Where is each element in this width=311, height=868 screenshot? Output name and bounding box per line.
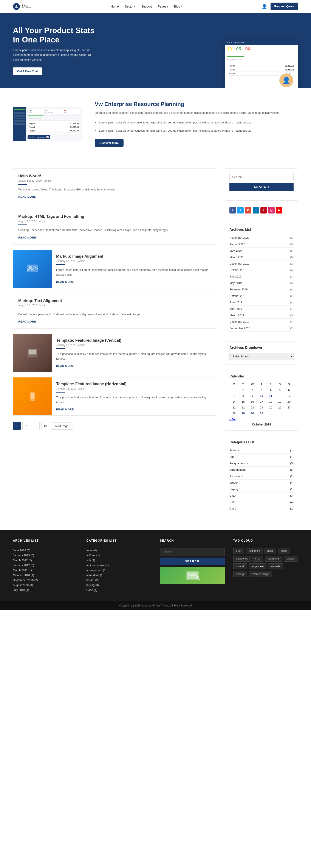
cat-item-10: Cat C(2) [230,505,293,512]
stat-open: 13 Open [227,46,232,54]
archive-item-11: June 2018(4) [230,299,293,306]
archive-item-4: March 2020(6) [230,254,293,260]
archive-item-1: November 2020(2) [230,235,293,241]
svg-point-8 [32,400,33,401]
mock-header-label: Dashboard [234,41,244,44]
post-1-title: Hello World! [18,174,211,178]
cat-item-8: Cat A(3) [230,493,293,499]
hero-image: Dashboard 13 Open 05 Complete 06 Hold [156,40,298,88]
page-12-button[interactable]: 12 [41,422,49,430]
footer-categories-title: CATEGORIES LIST [86,539,151,545]
footer-bar: Copyright (c) 2023 Saas WordPress Theme.… [0,601,311,610]
pagination: 1 2 ... 12 Next Page [13,422,216,430]
tag-aside[interactable]: aside [265,548,276,554]
nav-blog[interactable]: Blog [174,5,182,8]
footer-search-button[interactable]: SEARCH [160,558,225,565]
post-4-read-more[interactable]: READ MORE [18,320,36,323]
post-6-read-more[interactable]: READ MORE [56,408,74,411]
facebook-icon[interactable]: f [230,207,236,214]
mock-row-2: Paypal$1,239.95 [229,68,294,72]
twitter-icon[interactable]: t [237,207,244,214]
progress-label: Progressma 25% [227,58,296,61]
sidebar-social-widget: f t G in P ig ▶ [225,200,298,218]
fw-cat-7: border (2) [86,578,151,583]
tag-chat[interactable]: chat [252,556,263,562]
nav-right: 👤 Request Quote [262,3,298,10]
post-6-meta: January 22, 2020 | admin [56,387,212,390]
post-4-meta: August 22, 2020 | admin [18,304,211,307]
archives-widget-title: Archives List [230,228,293,231]
pinterest-icon[interactable]: P [261,207,267,214]
sidebar-search-input[interactable] [230,173,293,181]
post-3-meta: January 22, 2020 | admin [56,259,212,262]
feature-mock-table: Paypal$1,239.95 Paypal$1,239.95 Paypal$6… [28,120,80,134]
youtube-icon[interactable]: ▶ [276,207,282,214]
tag-dowork[interactable]: dowork [233,563,247,569]
linkedin-icon[interactable]: in [253,207,259,214]
fw-archive-3: March 2012 (5) [13,558,78,563]
nav-support[interactable]: Support [141,5,152,8]
footer-tagcloud-title: TAG CLOUD [233,539,298,545]
sidebar-search-widget: SEARCH [225,168,298,195]
cat-item-3: Antiquarianism(5) [230,460,293,467]
sidebar-archives-widget: Archives List November 2020(2) August 20… [225,223,298,336]
discover-more-button[interactable]: Discover More [95,139,124,147]
cal-th-t2: T [257,381,266,387]
tag-8bit[interactable]: 8BIT [233,548,244,554]
user-icon[interactable]: 👤 [262,4,267,9]
page-2-button[interactable]: 2 [23,422,30,430]
logo-icon [13,3,20,10]
footer-search-input[interactable] [160,548,225,556]
feature-image: 13 Open 05 Complete 06 Hold Progressma [13,107,82,141]
footer-archives-list: June 2018 (5) January 2013 (5) March 201… [13,548,78,592]
tag-comments[interactable]: comments [265,556,282,562]
cat-item-2: Sub(1) [230,454,293,460]
feature-mock-sidebar [13,107,26,141]
post-3-read-more[interactable]: READ MORE [56,280,74,283]
fw-cat-3: sub (1) [86,558,151,563]
nav-links: Home Sector Support Pages Blog [111,5,182,8]
cal-prev-link[interactable]: « Sep [230,418,236,421]
nav-sector[interactable]: Sector [125,5,135,8]
request-quote-button[interactable]: Request Quote [271,3,298,10]
post-2-read-more[interactable]: READ MORE [18,236,36,239]
cat-item-4: Arrangement(6) [230,467,293,473]
post-6-excerpt: This post should display a featured imag… [56,395,212,405]
categories-list: Aciform(1) Sub(1) Antiquarianism(5) Arra… [230,447,293,512]
instagram-icon[interactable]: ig [268,207,275,214]
sidebar-item-4 [14,120,25,122]
stat-complete: 05 Complete [234,46,243,54]
tag-content[interactable]: content [284,556,298,562]
tag-embeds[interactable]: embeds [268,563,283,569]
post-5-read-more[interactable]: READ MORE [56,365,74,368]
tag-edge-case[interactable]: edge case [249,563,266,569]
nav-home[interactable]: Home [111,5,119,8]
categories-widget-title: Categories List [230,440,293,444]
googleplus-icon[interactable]: G [245,207,251,214]
sidebar-search-button[interactable]: SEARCH [230,183,293,191]
nav-pages[interactable]: Pages [158,5,168,8]
next-page-button[interactable]: Next Page [51,423,73,430]
sidebar-item-2 [14,115,25,117]
sidebar-column: SEARCH f t G in P ig ▶ Archives List Nov… [225,168,298,522]
tag-audio[interactable]: audio [278,548,290,554]
mock-dot-2 [229,42,230,43]
mock-dot-1 [227,42,228,43]
mock-stat-card-3: 06 Hold [63,108,80,115]
tag-alignment[interactable]: alignment [246,548,263,554]
post-5-excerpt: This post should display a featured imag… [56,351,212,361]
tag-cloud: 8BIT alignment aside audio categories ch… [233,548,298,577]
page-1-button[interactable]: 1 [13,422,21,430]
post-3-excerpt: Lorem ipsum dolor sit amet, consectetuer… [56,268,212,277]
fw-cat-8: buying (3) [86,583,151,588]
post-1-read-more[interactable]: READ MORE [18,195,36,198]
tag-featured-image[interactable]: featured image [249,571,272,577]
tag-excerpt[interactable]: excerpt [233,571,247,577]
month-dropdown[interactable]: Select Month [230,353,293,360]
feature-bullet-1: Lorem ipsum dolor sit amet, consectetur … [95,119,298,127]
calendar-nav: « Sep [230,418,293,421]
badge-label: downloads [36,136,45,138]
tag-categories[interactable]: categories [233,556,251,562]
free-trial-button[interactable]: Get A Free Trial [13,67,42,75]
brand-logo[interactable]: Saas vw Theme [13,3,31,10]
